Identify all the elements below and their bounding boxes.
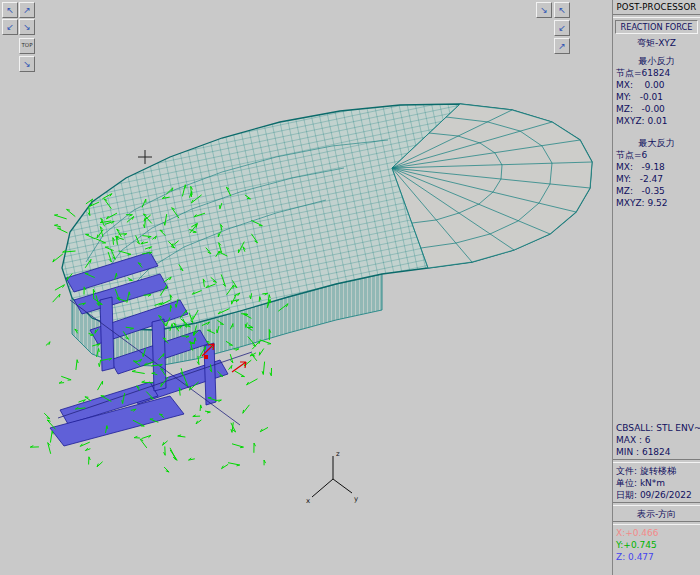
min-heading: 最小反力: [613, 55, 700, 67]
pan-right-d-button[interactable]: ↗: [554, 38, 570, 54]
model-canvas[interactable]: x y z: [0, 0, 612, 575]
result-panel-bottom: CBSALL: STL ENV~ MAX : 6 MIN : 61824 文件:…: [613, 422, 700, 563]
max-heading: 最大反力: [613, 137, 700, 149]
panel-title: POST-PROCESSOR: [613, 1, 700, 13]
max-mxyz: MXYZ: 9.52: [613, 197, 700, 209]
result-panel-top: POST-PROCESSOR REACTION FORCE 弯矩-XYZ 最小反…: [613, 1, 700, 209]
divider: [613, 459, 700, 463]
divider: [613, 521, 700, 525]
direction-x: X:+0.466: [613, 527, 700, 539]
pan-up-left-button[interactable]: ↖: [2, 2, 18, 18]
divider: [613, 502, 700, 506]
min-my: MY: -0.01: [613, 91, 700, 103]
pan-up-right-button[interactable]: ↗: [19, 2, 35, 18]
top-view-button[interactable]: TOP: [19, 38, 35, 54]
max-my: MY: -2.47: [613, 173, 700, 185]
direction-y: Y:+0.745: [613, 539, 700, 551]
component-label: 弯矩-XYZ: [613, 37, 700, 49]
result-max-line: MAX : 6: [613, 434, 700, 446]
svg-text:y: y: [354, 495, 358, 503]
crosshair-marker: [138, 150, 152, 164]
min-node: 节点=61824: [613, 67, 700, 79]
max-node: 节点=6: [613, 149, 700, 161]
max-mx: MX: -9.18: [613, 161, 700, 173]
pan-right-c-button[interactable]: ↙: [554, 20, 570, 36]
model-viewport[interactable]: x y z ↖ ↗ ↙ ↘ TOP ↘ ↘ ↖ ↙ ↗: [0, 0, 612, 575]
svg-text:x: x: [306, 497, 310, 505]
direction-z: Z: 0.477: [613, 551, 700, 563]
divider: [613, 14, 700, 18]
result-panel: POST-PROCESSOR REACTION FORCE 弯矩-XYZ 最小反…: [612, 0, 700, 575]
min-mx: MX: 0.00: [613, 79, 700, 91]
date-line: 日期: 09/26/2022: [613, 489, 700, 501]
application-window: x y z ↖ ↗ ↙ ↘ TOP ↘ ↘ ↖ ↙ ↗ POST-PROCESS…: [0, 0, 700, 575]
pan-right-b-button[interactable]: ↖: [554, 2, 570, 18]
unit-line: 单位: kN*m: [613, 477, 700, 489]
pan-down-left-button[interactable]: ↙: [2, 19, 18, 35]
min-mz: MZ: -0.00: [613, 103, 700, 115]
axis-triad: x y z: [306, 450, 358, 505]
mode-label: REACTION FORCE: [615, 20, 698, 34]
svg-text:z: z: [336, 450, 340, 458]
file-line: 文件: 旋转楼梯: [613, 465, 700, 477]
direction-heading: 表示-方向: [613, 508, 700, 520]
pan-right-a-button[interactable]: ↘: [536, 2, 552, 18]
load-case-label: CBSALL: STL ENV~: [613, 422, 700, 434]
result-min-line: MIN : 61824: [613, 446, 700, 458]
pan-down-right-button[interactable]: ↘: [19, 19, 35, 35]
extra-pan-button[interactable]: ↘: [19, 56, 35, 72]
max-mz: MZ: -0.35: [613, 185, 700, 197]
min-mxyz: MXYZ: 0.01: [613, 115, 700, 127]
